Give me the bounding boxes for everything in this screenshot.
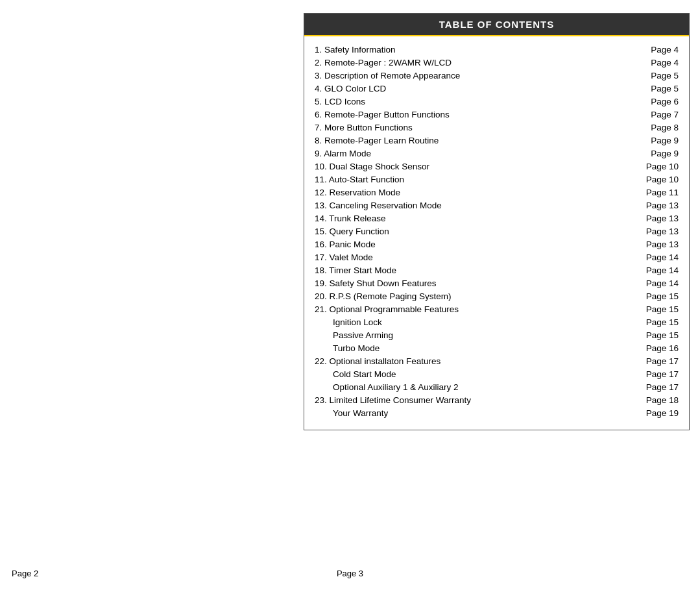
toc-row: Optional Auxiliary 1 & Auxiliary 2Page 1…: [315, 380, 679, 393]
toc-row: 7. More Button FunctionsPage 8: [315, 121, 679, 134]
toc-row: 4. GLO Color LCDPage 5: [315, 82, 679, 95]
toc-page: Page 14: [646, 278, 679, 288]
toc-row: 22. Optional installaton FeaturesPage 17: [315, 354, 679, 367]
toc-title: 12. Reservation Mode: [315, 188, 641, 197]
toc-title: Ignition Lock: [315, 317, 641, 327]
toc-title: 11. Auto-Start Function: [315, 175, 641, 184]
toc-row: 17. Valet ModePage 14: [315, 251, 679, 264]
toc-row: 16. Panic ModePage 13: [315, 238, 679, 251]
toc-row: 13. Canceling Reservation ModePage 13: [315, 199, 679, 212]
toc-title: 22. Optional installaton Features: [315, 356, 641, 366]
toc-title: 17. Valet Mode: [315, 252, 641, 262]
toc-page: Page 14: [646, 265, 679, 275]
toc-body: 1. Safety InformationPage 42. Remote-Pag…: [304, 36, 689, 430]
toc-page: Page 14: [646, 252, 679, 262]
toc-page: Page 17: [646, 369, 679, 379]
toc-title: Optional Auxiliary 1 & Auxiliary 2: [315, 382, 641, 392]
toc-title: 10. Dual Stage Shock Sensor: [315, 162, 641, 171]
toc-page: Page 5: [651, 71, 679, 80]
toc-title: 13. Canceling Reservation Mode: [315, 201, 641, 210]
toc-row: 5. LCD IconsPage 6: [315, 95, 679, 108]
toc-header: TABLE OF CONTENTS: [304, 14, 689, 36]
toc-page: Page 15: [646, 330, 679, 340]
toc-page: Page 13: [646, 227, 679, 236]
toc-row: Your WarrantyPage 19: [315, 406, 679, 419]
footer-left: Page 2: [12, 569, 38, 578]
toc-title: 6. Remote-Pager Button Functions: [315, 110, 646, 119]
toc-page: Page 15: [646, 317, 679, 327]
toc-title: Passive Arming: [315, 330, 641, 340]
toc-row: 21. Optional Programmable FeaturesPage 1…: [315, 302, 679, 315]
toc-page: Page 7: [651, 110, 679, 119]
footer-center: Page 3: [337, 569, 363, 578]
toc-title: 1. Safety Information: [315, 45, 646, 55]
toc-row: 6. Remote-Pager Button FunctionsPage 7: [315, 108, 679, 121]
toc-title: 5. LCD Icons: [315, 97, 646, 106]
toc-row: 20. R.P.S (Remote Paging System)Page 15: [315, 289, 679, 302]
toc-title: 9. Alarm Mode: [315, 149, 646, 158]
page-container: TABLE OF CONTENTS 1. Safety InformationP…: [0, 0, 700, 590]
toc-row: 11. Auto-Start FunctionPage 10: [315, 173, 679, 186]
toc-title: Your Warranty: [315, 408, 641, 418]
toc-title: 14. Trunk Release: [315, 214, 641, 223]
toc-row: 18. Timer Start ModePage 14: [315, 264, 679, 277]
toc-row: 2. Remote-Pager : 2WAMR W/LCDPage 4: [315, 56, 679, 69]
toc-row: Ignition LockPage 15: [315, 315, 679, 328]
toc-title: 21. Optional Programmable Features: [315, 304, 641, 314]
toc-row: 1. Safety InformationPage 4: [315, 43, 679, 56]
toc-page: Page 8: [651, 123, 679, 132]
toc-page: Page 13: [646, 214, 679, 223]
toc-title: 8. Remote-Pager Learn Routine: [315, 136, 646, 145]
toc-title: 3. Description of Remote Appearance: [315, 71, 646, 80]
toc-page: Page 15: [646, 304, 679, 314]
toc-row: 12. Reservation ModePage 11: [315, 186, 679, 199]
toc-page: Page 9: [651, 149, 679, 158]
toc-page: Page 10: [646, 162, 679, 171]
toc-row: Passive ArmingPage 15: [315, 328, 679, 341]
toc-row: 23. Limited Lifetime Consumer WarrantyPa…: [315, 393, 679, 406]
toc-page: Page 9: [651, 136, 679, 145]
toc-row: 14. Trunk ReleasePage 13: [315, 212, 679, 225]
toc-title: 18. Timer Start Mode: [315, 265, 641, 275]
toc-page: Page 15: [646, 291, 679, 301]
toc-title: Cold Start Mode: [315, 369, 641, 379]
toc-row: Cold Start ModePage 17: [315, 367, 679, 380]
toc-row: 19. Safety Shut Down FeaturesPage 14: [315, 277, 679, 289]
toc-page: Page 19: [646, 408, 679, 418]
toc-title: 19. Safety Shut Down Features: [315, 278, 641, 288]
toc-title: 15. Query Function: [315, 227, 641, 236]
toc-page: Page 10: [646, 175, 679, 184]
toc-page: Page 18: [646, 395, 679, 405]
toc-page: Page 17: [646, 382, 679, 392]
toc-title: 7. More Button Functions: [315, 123, 646, 132]
toc-wrapper: TABLE OF CONTENTS 1. Safety InformationP…: [304, 13, 690, 430]
toc-title: 20. R.P.S (Remote Paging System): [315, 291, 641, 301]
toc-row: Turbo ModePage 16: [315, 341, 679, 354]
toc-row: 3. Description of Remote AppearancePage …: [315, 69, 679, 82]
toc-title: 23. Limited Lifetime Consumer Warranty: [315, 395, 641, 405]
toc-page: Page 5: [651, 84, 679, 93]
toc-title: 2. Remote-Pager : 2WAMR W/LCD: [315, 58, 646, 68]
toc-title: Turbo Mode: [315, 343, 641, 353]
toc-row: 9. Alarm ModePage 9: [315, 147, 679, 160]
toc-title: 16. Panic Mode: [315, 240, 641, 249]
toc-row: 15. Query FunctionPage 13: [315, 225, 679, 238]
toc-title: 4. GLO Color LCD: [315, 84, 646, 93]
toc-page: Page 13: [646, 201, 679, 210]
toc-page: Page 4: [651, 58, 679, 68]
toc-page: Page 16: [646, 343, 679, 353]
toc-page: Page 17: [646, 356, 679, 366]
toc-page: Page 11: [646, 188, 679, 197]
toc-page: Page 6: [651, 97, 679, 106]
toc-row: 10. Dual Stage Shock SensorPage 10: [315, 160, 679, 173]
toc-page: Page 13: [646, 240, 679, 249]
toc-page: Page 4: [651, 45, 679, 55]
toc-row: 8. Remote-Pager Learn RoutinePage 9: [315, 134, 679, 147]
